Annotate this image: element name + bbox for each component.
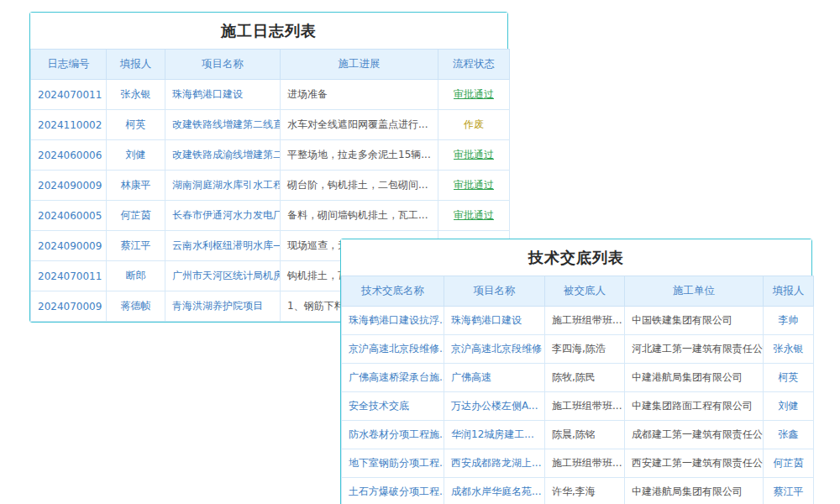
status-cell: 审批通过 [438,171,510,201]
construction-log-title: 施工日志列表 [30,13,507,49]
column-header-reporter: 填报人 [764,276,814,307]
log-id-cell[interactable]: 2024070011 [31,261,107,291]
project-name-cell[interactable]: 华润12城房建工... [444,421,545,449]
construction-unit-cell: 中国铁建集团有限公司 [625,307,764,335]
table-row: 土石方爆破分项工程...成都水岸华庭名苑...许华,李海中建港航局集团有限公司蔡… [342,478,814,504]
project-name-cell[interactable]: 湖南洞庭湖水库引水工程... [165,171,281,201]
reporter-cell[interactable]: 李帅 [764,307,814,335]
log-id-cell[interactable]: 2024090009 [31,231,107,261]
table-row: 2024090009林康平湖南洞庭湖水库引水工程...砌台阶，钩机排土，二包砌间… [31,171,510,201]
technical-disclosure-panel: 技术交底列表 技术交底名称项目名称被交底人施工单位填报人珠海鹤港口建设抗浮...… [340,239,812,504]
table-row: 2024070011张永银珠海鹤港口建设进场准备审批通过 [31,80,510,110]
table-row: 2024060005何芷茵长春市伊通河水力发电厂...备料，砌间墙钩机排土，瓦工… [31,201,510,231]
table-row: 珠海鹤港口建设抗浮...珠海鹤港口建设施工班组带班...中国铁建集团有限公司李帅 [342,307,814,335]
project-name-cell[interactable]: 改建铁路线增建第二线直... [165,110,281,140]
log-id-cell[interactable]: 2024070009 [31,291,107,322]
table-row: 地下室钢筋分项工程...西安成都路龙湖上...施工班组带班...西安建工第一建筑… [342,449,814,478]
reporter-cell[interactable]: 蔡江平 [764,478,814,504]
reporter-cell[interactable]: 何芷茵 [764,449,814,478]
disclosure-name-cell[interactable]: 土石方爆破分项工程... [342,478,444,504]
status-cell: 审批通过 [438,201,510,231]
column-header-status: 流程状态 [438,50,510,80]
log-id-cell[interactable]: 2024060005 [31,201,107,231]
progress-cell: 砌台阶，钩机排土，二包砌间... [281,171,438,201]
construction-unit-cell: 中建港航局集团有限公司 [625,478,764,504]
project-name-cell[interactable]: 云南水利枢纽潜明水库—... [165,231,281,261]
log-id-cell[interactable]: 2024090009 [31,171,107,201]
recipient-cell: 陈晨,陈铭 [545,421,625,449]
column-header-progress: 施工进展 [281,50,438,80]
table-row: 京沪高速北京段维修...京沪高速北京段维修李四海,陈浩河北建工第一建筑有限责任公… [342,335,814,364]
status-cell: 作废 [438,110,510,140]
disclosure-name-cell[interactable]: 安全技术交底 [342,392,444,421]
recipient-cell: 陈牧,陈民 [545,364,625,392]
table-row: 防水卷材分项工程施...华润12城房建工...陈晨,陈铭成都建工第一建筑有限责任… [342,421,814,449]
disclosure-name-cell[interactable]: 珠海鹤港口建设抗浮... [342,307,444,335]
project-name-cell[interactable]: 珠海鹤港口建设 [444,307,545,335]
recipient-cell: 李四海,陈浩 [545,335,625,364]
reporter-cell[interactable]: 蔡江平 [107,231,165,261]
reporter-cell[interactable]: 张永银 [764,335,814,364]
progress-cell: 平整场地，拉走多余泥土15辆... [281,140,438,171]
project-name-cell[interactable]: 西安成都路龙湖上... [444,449,545,478]
project-name-cell[interactable]: 青海洪湖养护院项目 [165,291,281,322]
progress-cell: 水车对全线遮阳网覆盖点进行... [281,110,438,140]
log-id-cell[interactable]: 2024060006 [31,140,107,171]
table-row: 2024110002柯英改建铁路线增建第二线直...水车对全线遮阳网覆盖点进行.… [31,110,510,140]
reporter-cell[interactable]: 柯英 [107,110,165,140]
progress-cell: 备料，砌间墙钩机排土，瓦工... [281,201,438,231]
project-name-cell[interactable]: 万达办公楼左侧A... [444,392,545,421]
reporter-cell[interactable]: 张永银 [107,80,165,110]
header-row: 日志编号填报人项目名称施工进展流程状态 [31,50,510,80]
recipient-cell: 施工班组带班... [545,449,625,478]
column-header-recipient: 被交底人 [545,276,625,307]
log-id-cell[interactable]: 2024070011 [31,80,107,110]
project-name-cell[interactable]: 珠海鹤港口建设 [165,80,281,110]
status-cell: 审批通过 [438,140,510,171]
project-name-cell[interactable]: 广佛高速 [444,364,545,392]
log-id-cell[interactable]: 2024110002 [31,110,107,140]
reporter-cell[interactable]: 柯英 [764,364,814,392]
construction-unit-cell: 西安建工第一建筑有限责任公司 [625,449,764,478]
reporter-cell[interactable]: 张鑫 [764,421,814,449]
recipient-cell: 施工班组带班... [545,307,625,335]
disclosure-name-cell[interactable]: 广佛高速桥梁承台施... [342,364,444,392]
construction-unit-cell: 中建港航局集团有限公司 [625,364,764,392]
recipient-cell: 施工班组带班... [545,392,625,421]
reporter-cell[interactable]: 断郎 [107,261,165,291]
reporter-cell[interactable]: 蒋德帧 [107,291,165,322]
disclosure-name-cell[interactable]: 京沪高速北京段维修... [342,335,444,364]
construction-unit-cell: 成都建工第一建筑有限责任公司 [625,421,764,449]
project-name-cell[interactable]: 京沪高速北京段维修 [444,335,545,364]
header-row: 技术交底名称项目名称被交底人施工单位填报人 [342,276,814,307]
column-header-disclosure-name: 技术交底名称 [342,276,444,307]
table-row: 2024060006刘健改建铁路成渝线增建第二...平整场地，拉走多余泥土15辆… [31,140,510,171]
construction-unit-cell: 河北建工第一建筑有限责任公司 [625,335,764,364]
status-cell: 审批通过 [438,80,510,110]
column-header-log-id: 日志编号 [31,50,107,80]
project-name-cell[interactable]: 长春市伊通河水力发电厂... [165,201,281,231]
reporter-cell[interactable]: 林康平 [107,171,165,201]
reporter-cell[interactable]: 何芷茵 [107,201,165,231]
column-header-construction-unit: 施工单位 [625,276,764,307]
table-row: 广佛高速桥梁承台施...广佛高速陈牧,陈民中建港航局集团有限公司柯英 [342,364,814,392]
column-header-project-name: 项目名称 [444,276,545,307]
project-name-cell[interactable]: 成都水岸华庭名苑... [444,478,545,504]
column-header-reporter: 填报人 [107,50,165,80]
table-row: 安全技术交底万达办公楼左侧A...施工班组带班...中建集团路面工程有限公司刘健 [342,392,814,421]
disclosure-name-cell[interactable]: 地下室钢筋分项工程... [342,449,444,478]
reporter-cell[interactable]: 刘健 [107,140,165,171]
technical-disclosure-table: 技术交底名称项目名称被交底人施工单位填报人珠海鹤港口建设抗浮...珠海鹤港口建设… [341,276,814,504]
progress-cell: 进场准备 [281,80,438,110]
project-name-cell[interactable]: 改建铁路成渝线增建第二... [165,140,281,171]
recipient-cell: 许华,李海 [545,478,625,504]
construction-unit-cell: 中建集团路面工程有限公司 [625,392,764,421]
reporter-cell[interactable]: 刘健 [764,392,814,421]
column-header-project-name: 项目名称 [165,50,281,80]
disclosure-name-cell[interactable]: 防水卷材分项工程施... [342,421,444,449]
technical-disclosure-title: 技术交底列表 [341,239,811,276]
project-name-cell[interactable]: 广州市天河区统计局机房... [165,261,281,291]
